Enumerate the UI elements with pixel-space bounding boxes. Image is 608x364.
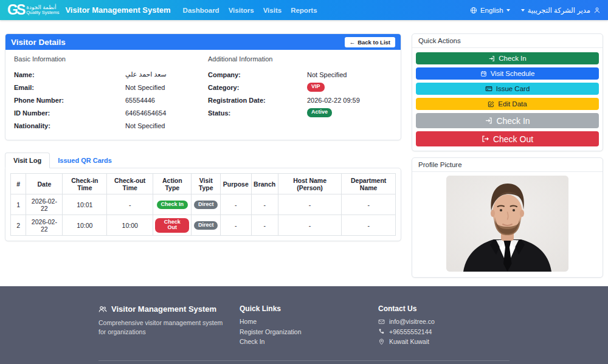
contact-us-title: Contact Us bbox=[378, 304, 510, 313]
envelope-icon bbox=[378, 318, 385, 325]
nav-item-visits[interactable]: Visits bbox=[263, 7, 282, 14]
profile-picture-card: Profile Picture bbox=[412, 157, 603, 278]
geo-pin-icon bbox=[378, 338, 385, 345]
nav-item-reports[interactable]: Reports bbox=[291, 7, 317, 14]
user-name: مدير الشركة التجريبية bbox=[528, 6, 590, 15]
nav-item-dashboard[interactable]: Dashboard bbox=[183, 7, 219, 14]
people-icon bbox=[98, 305, 107, 314]
back-arrow-icon: ← bbox=[350, 39, 356, 46]
app-logo[interactable]: GS أنظمة الجودة Quality Systems bbox=[7, 3, 59, 17]
field-name: Name: سعد احمد علي bbox=[14, 68, 198, 81]
quick-actions-title: Quick Actions bbox=[412, 34, 603, 48]
field-registration-date: Registration Date: 2026-02-22 09:59 bbox=[208, 94, 392, 106]
person-icon bbox=[593, 7, 601, 14]
visit-type-badge: Direct bbox=[194, 201, 218, 209]
field-phone: Phone Number: 65554446 bbox=[14, 94, 198, 106]
pencil-square-icon bbox=[488, 101, 494, 108]
tab-issued-qr-cards[interactable]: Issued QR Cards bbox=[50, 153, 120, 168]
app-title: Visitor Management System bbox=[65, 5, 170, 15]
credit-card-icon bbox=[485, 85, 492, 92]
top-navbar: GS أنظمة الجودة Quality Systems Visitor … bbox=[0, 0, 608, 20]
visitor-details-card: Visitor Details ← Back to List Basic Inf… bbox=[5, 33, 401, 140]
vip-badge: VIP bbox=[307, 83, 325, 91]
box-arrow-right-icon bbox=[482, 135, 489, 143]
action-type-badge: Check In bbox=[157, 201, 188, 209]
additional-info-title: Additional Information bbox=[208, 55, 392, 63]
visitor-photo bbox=[446, 176, 568, 272]
check-out-button[interactable]: Check Out bbox=[416, 131, 599, 146]
globe-icon bbox=[470, 7, 477, 14]
visitor-details-header: Visitor Details ← Back to List bbox=[5, 34, 401, 50]
language-menu[interactable]: English bbox=[470, 7, 510, 14]
page-title: Visitor Details bbox=[11, 38, 66, 47]
table-row: 1 2026-02-22 10:01 - Check In Direct - -… bbox=[11, 194, 396, 215]
field-nationality: Nationality: Not Specified bbox=[14, 119, 198, 132]
check-in-disabled-button[interactable]: Check In bbox=[416, 113, 599, 128]
profile-picture-title: Profile Picture bbox=[412, 158, 603, 172]
footer-contact-section: Contact Us info@visitree.co +96555552144 bbox=[378, 304, 510, 348]
calendar-icon bbox=[480, 70, 487, 77]
footer: Visitor Management System Comprehensive … bbox=[0, 286, 608, 364]
footer-brand-title: Visitor Management System bbox=[111, 304, 216, 314]
issue-card-button[interactable]: Issue Card bbox=[416, 83, 599, 95]
footer-brand-description: Comprehensive visitor management system … bbox=[98, 318, 229, 337]
quick-actions-card: Quick Actions Check In bbox=[412, 33, 603, 151]
quick-links-title: Quick Links bbox=[240, 304, 378, 313]
logo-english-text: Quality Systems bbox=[26, 10, 59, 16]
user-menu[interactable]: مدير الشركة التجريبية bbox=[521, 6, 601, 15]
basic-info-title: Basic Information bbox=[14, 55, 198, 63]
phone-icon bbox=[378, 328, 385, 335]
edit-data-button[interactable]: Edit Data bbox=[416, 98, 599, 110]
footer-quick-links-section: Quick Links Home Register Organization C… bbox=[240, 304, 378, 348]
field-email: Email: Not Specified bbox=[14, 81, 198, 94]
status-badge: Active bbox=[307, 108, 332, 117]
tab-visit-log[interactable]: Visit Log bbox=[5, 153, 50, 168]
footer-link-register-organization[interactable]: Register Organization bbox=[240, 328, 378, 335]
back-to-list-button[interactable]: ← Back to List bbox=[345, 37, 395, 47]
footer-link-home[interactable]: Home bbox=[240, 318, 378, 325]
field-status: Status: Active bbox=[208, 106, 392, 119]
field-company: Company: Not Specified bbox=[208, 68, 392, 81]
main-content: Visitor Details ← Back to List Basic Inf… bbox=[0, 20, 608, 278]
footer-link-check-in[interactable]: Check In bbox=[240, 338, 378, 345]
contact-email[interactable]: info@visitree.co bbox=[378, 318, 510, 325]
visit-type-badge: Direct bbox=[194, 221, 218, 230]
field-category: Category: VIP bbox=[208, 81, 392, 94]
logo-subtext: أنظمة الجودة Quality Systems bbox=[26, 4, 59, 16]
tab-bar: Visit Log Issued QR Cards bbox=[5, 153, 401, 168]
language-label: English bbox=[480, 7, 503, 14]
check-in-button[interactable]: Check In bbox=[416, 52, 599, 64]
box-arrow-in-right-icon bbox=[488, 55, 495, 62]
table-row: 2 2026-02-22 10:00 10:00 Check Out Direc… bbox=[11, 215, 396, 236]
back-button-label: Back to List bbox=[358, 39, 390, 46]
visit-log-section: Visit Log Issued QR Cards # Date Check-i… bbox=[5, 153, 401, 241]
contact-phone[interactable]: +96555552144 bbox=[378, 328, 510, 335]
action-type-badge: Check Out bbox=[155, 218, 189, 233]
box-arrow-in-right-icon bbox=[485, 117, 492, 125]
visit-log-table: # Date Check-in Time Check-out Time Acti… bbox=[10, 173, 396, 236]
logo-gs-text: GS bbox=[7, 3, 24, 17]
nav-item-visitors[interactable]: Visitors bbox=[229, 7, 254, 14]
table-header-row: # Date Check-in Time Check-out Time Acti… bbox=[11, 174, 396, 194]
additional-info-section: Additional Information Company: Not Spec… bbox=[203, 55, 397, 132]
chevron-down-icon bbox=[506, 9, 510, 12]
contact-address[interactable]: Kuwait Kuwait bbox=[378, 338, 510, 345]
basic-info-section: Basic Information Name: سعد احمد علي Ema… bbox=[9, 55, 203, 132]
visit-log-card: # Date Check-in Time Check-out Time Acti… bbox=[5, 168, 401, 241]
footer-brand-section: Visitor Management System Comprehensive … bbox=[98, 304, 240, 348]
chevron-down-icon bbox=[521, 9, 525, 12]
visit-schedule-button[interactable]: Visit Schedule bbox=[416, 67, 599, 80]
field-id-number: ID Number: 64654654654 bbox=[14, 106, 198, 119]
